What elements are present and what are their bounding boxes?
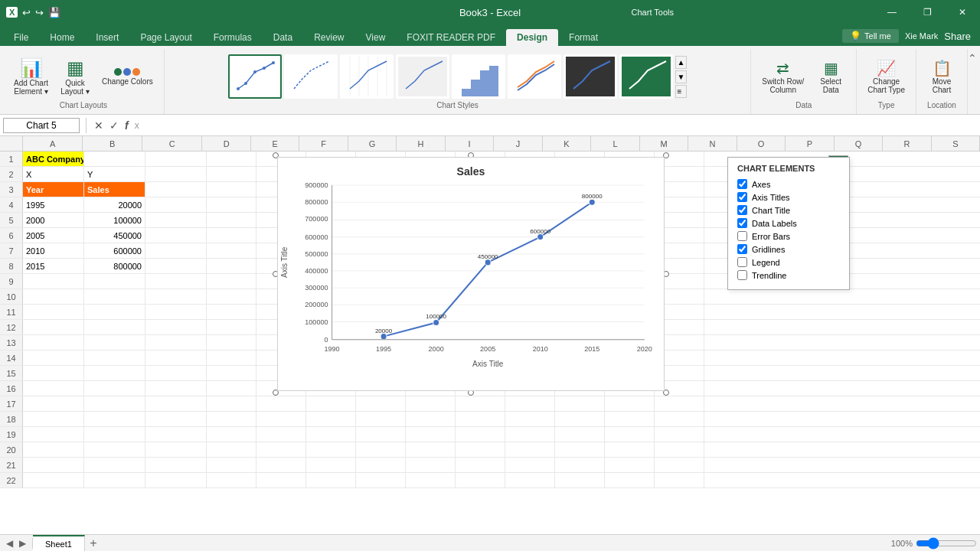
row-num-19[interactable]: 19	[0, 427, 23, 442]
formula-fn-icon[interactable]: f	[123, 118, 130, 133]
cell-F20[interactable]	[306, 442, 356, 457]
cell-B21[interactable]	[84, 458, 145, 472]
cell-M18[interactable]	[655, 412, 704, 426]
row-num-10[interactable]: 10	[0, 289, 23, 304]
cell-L20[interactable]	[605, 442, 655, 457]
tab-format[interactable]: Format	[558, 29, 609, 46]
cell-G18[interactable]	[356, 412, 406, 426]
cell-C16[interactable]	[145, 381, 207, 396]
cell-G19[interactable]	[356, 427, 406, 442]
cell-b3[interactable]: Sales	[84, 182, 145, 197]
tab-home[interactable]: Home	[39, 29, 85, 46]
chart-style-3[interactable]	[340, 54, 394, 99]
sheet-nav-left[interactable]: ◀	[3, 538, 16, 549]
col-header-b[interactable]: B	[83, 136, 142, 151]
cell-C14[interactable]	[145, 350, 207, 365]
cell-b2[interactable]: Y	[84, 167, 145, 181]
cell-B14[interactable]	[84, 350, 145, 365]
row-num-18[interactable]: 18	[0, 412, 23, 426]
cell-E18[interactable]	[256, 412, 306, 426]
cell-E22[interactable]	[256, 473, 306, 487]
row-num-21[interactable]: 21	[0, 458, 23, 472]
cell-D10[interactable]	[207, 289, 256, 304]
cell-K18[interactable]	[555, 412, 605, 426]
formula-input[interactable]	[144, 119, 977, 132]
cell-d7[interactable]	[207, 243, 256, 258]
cell-a4[interactable]: 1995	[23, 197, 84, 212]
checkbox-trendline[interactable]	[737, 270, 747, 280]
cell-H18[interactable]	[406, 412, 456, 426]
cell-H17[interactable]	[406, 396, 456, 411]
cell-b5[interactable]: 100000	[84, 213, 145, 227]
cell-b7[interactable]: 600000	[84, 243, 145, 258]
cell-c1[interactable]	[145, 152, 207, 166]
checkbox-error-bars[interactable]	[737, 231, 747, 241]
cell-B22[interactable]	[84, 473, 145, 487]
checkbox-legend[interactable]	[737, 257, 747, 267]
row-num-16[interactable]: 16	[0, 381, 23, 396]
cell-L17[interactable]	[605, 396, 655, 411]
col-header-o[interactable]: O	[737, 136, 786, 151]
row-num-8[interactable]: 8	[0, 259, 23, 273]
row-num-9[interactable]: 9	[0, 274, 23, 289]
cell-I21[interactable]	[456, 458, 505, 472]
cell-A14[interactable]	[23, 350, 84, 365]
redo-btn[interactable]: ↪	[35, 7, 44, 18]
cell-C20[interactable]	[145, 442, 207, 457]
cell-K17[interactable]	[555, 396, 605, 411]
cell-L18[interactable]	[605, 412, 655, 426]
cell-F18[interactable]	[306, 412, 356, 426]
select-data-btn[interactable]: ▦ SelectData	[812, 56, 850, 97]
cell-c7[interactable]	[145, 243, 207, 258]
cell-B15[interactable]	[84, 366, 145, 380]
cell-B12[interactable]	[84, 320, 145, 334]
cell-J18[interactable]	[505, 412, 555, 426]
cell-d1[interactable]	[207, 152, 256, 166]
style-scroll-up[interactable]: ▲	[675, 56, 688, 69]
cell-C9[interactable]	[145, 274, 207, 289]
cell-A16[interactable]	[23, 381, 84, 396]
cell-d6[interactable]	[207, 228, 256, 243]
checkbox-axis-titles[interactable]	[737, 192, 747, 202]
cell-a6[interactable]: 2005	[23, 228, 84, 243]
tab-foxit[interactable]: FOXIT READER PDF	[396, 29, 506, 46]
add-chart-element-btn[interactable]: 📊 Add ChartElement ▾	[9, 54, 53, 99]
cell-D12[interactable]	[207, 320, 256, 334]
cell-c4[interactable]	[145, 197, 207, 212]
cell-c6[interactable]	[145, 228, 207, 243]
cell-A17[interactable]	[23, 396, 84, 411]
cell-J19[interactable]	[505, 427, 555, 442]
maximize-btn[interactable]: ❐	[910, 0, 945, 24]
cell-d8[interactable]	[207, 259, 256, 273]
sheet-nav-right[interactable]: ▶	[16, 538, 29, 549]
row-num-1[interactable]: 1	[0, 152, 23, 166]
cell-A21[interactable]	[23, 458, 84, 472]
cell-F22[interactable]	[306, 473, 356, 487]
cell-d2[interactable]	[207, 167, 256, 181]
cell-D13[interactable]	[207, 335, 256, 350]
checkbox-axes[interactable]	[737, 179, 747, 189]
cell-H21[interactable]	[406, 458, 456, 472]
cell-L21[interactable]	[605, 458, 655, 472]
tab-data[interactable]: Data	[263, 29, 303, 46]
cell-B13[interactable]	[84, 335, 145, 350]
add-sheet-btn[interactable]: +	[85, 535, 102, 552]
cell-b8[interactable]: 800000	[84, 259, 145, 273]
ribbon-collapse-btn[interactable]: ⌃	[968, 49, 977, 114]
col-header-n[interactable]: N	[688, 136, 737, 151]
cell-D17[interactable]	[207, 396, 256, 411]
col-header-a[interactable]: A	[23, 136, 83, 151]
tab-design[interactable]: Design	[506, 29, 558, 46]
cell-a3[interactable]: Year	[23, 182, 84, 197]
cell-A15[interactable]	[23, 366, 84, 380]
switch-row-col-btn[interactable]: ⇄ Switch Row/Column	[757, 56, 808, 97]
cell-L19[interactable]	[605, 427, 655, 442]
cell-L22[interactable]	[605, 473, 655, 487]
cell-D18[interactable]	[207, 412, 256, 426]
name-box[interactable]	[3, 118, 80, 133]
share-btn[interactable]: Share	[944, 31, 971, 42]
cell-d5[interactable]	[207, 213, 256, 227]
cell-D21[interactable]	[207, 458, 256, 472]
cell-C18[interactable]	[145, 412, 207, 426]
checkbox-chart-title[interactable]	[737, 205, 747, 215]
